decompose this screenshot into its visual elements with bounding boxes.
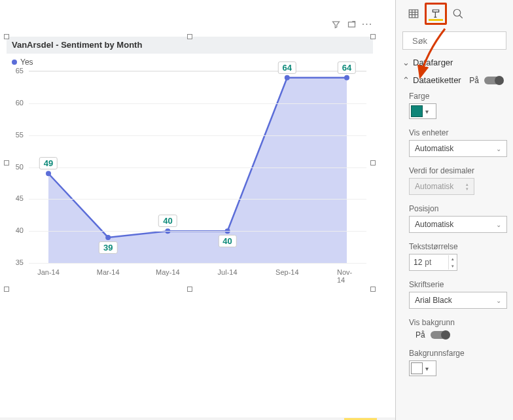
plot-area: 493940406464: [29, 71, 366, 263]
text-size-stepper[interactable]: 12 pt ▴▾: [409, 254, 457, 271]
resize-handle[interactable]: [4, 34, 9, 39]
step-up-icon[interactable]: ▴: [449, 255, 457, 262]
svg-rect-0: [348, 22, 355, 27]
data-labels-toggle[interactable]: På: [469, 76, 503, 85]
data-label: 64: [338, 61, 356, 74]
field-label: Tekststørrelse: [409, 242, 500, 251]
pane-tab-strip: [396, 0, 513, 27]
y-tick-label: 50: [16, 163, 24, 171]
section-data-colors[interactable]: ⌄ Datafarger: [396, 54, 513, 71]
data-label: 64: [278, 61, 296, 74]
focus-mode-icon[interactable]: [345, 18, 357, 30]
chart-visual[interactable]: ··· VanArsdel - Sentiment by Month Yes 3…: [7, 37, 373, 289]
svg-point-2: [105, 235, 111, 240]
y-tick-label: 35: [16, 258, 24, 266]
x-tick-label: Jul-14: [218, 268, 238, 276]
section-title: Datafarger: [413, 58, 453, 67]
format-tab-icon[interactable]: [425, 3, 447, 25]
field-label: Farge: [409, 92, 500, 101]
visual-toolbar: ···: [330, 18, 373, 30]
legend-label: Yes: [20, 58, 33, 67]
y-tick-label: 45: [16, 194, 24, 202]
search-input[interactable]: [402, 31, 506, 50]
x-tick-label: Mar-14: [97, 268, 120, 276]
svg-rect-7: [409, 10, 418, 18]
svg-point-12: [453, 9, 461, 16]
svg-line-13: [459, 15, 463, 18]
position-select[interactable]: Automatisk⌄: [409, 216, 507, 233]
format-pane: ⌄ Datafarger ⌃ Dataetiketter På Farge ▾ …: [396, 0, 513, 420]
background-color-picker[interactable]: ▾: [409, 360, 436, 376]
show-background-toggle[interactable]: På: [416, 330, 449, 340]
field-label: Posisjon: [409, 204, 500, 213]
fields-tab-icon[interactable]: [402, 3, 425, 25]
resize-handle[interactable]: [4, 287, 9, 292]
x-tick-label: Sep-14: [275, 268, 298, 276]
analytics-tab-icon[interactable]: [447, 3, 469, 25]
color-picker[interactable]: ▾: [409, 103, 436, 119]
toggle-label: På: [416, 330, 425, 340]
field-label: Vis bakgrunn: [409, 318, 500, 327]
resize-handle[interactable]: [370, 34, 376, 39]
resize-handle[interactable]: [4, 160, 9, 166]
x-tick-label: Jan-14: [37, 268, 60, 276]
data-label: 49: [39, 157, 58, 169]
section-data-labels-body: Farge ▾ Vis enheter Automatisk⌄ Verdi fo…: [396, 89, 513, 383]
chevron-down-icon: ⌄: [402, 58, 409, 67]
section-data-labels[interactable]: ⌃ Dataetiketter På: [396, 71, 513, 89]
section-title: Dataetiketter: [413, 75, 461, 85]
data-label: 40: [218, 235, 236, 247]
decimal-places-select: Automatisk ▴▾: [409, 178, 474, 195]
x-axis: Jan-14Mar-14May-14Jul-14Sep-14Nov-14: [29, 266, 366, 280]
y-tick-label: 60: [16, 99, 24, 107]
field-label: Verdi for desimaler: [409, 166, 500, 175]
resize-handle[interactable]: [370, 287, 376, 292]
resize-handle[interactable]: [187, 34, 192, 39]
chart-legend: Yes: [7, 54, 373, 71]
svg-point-6: [344, 75, 349, 80]
svg-point-5: [285, 75, 290, 80]
x-tick-label: Nov-14: [337, 268, 357, 284]
data-label: 39: [99, 241, 117, 254]
chart-area: VanArsdel - Sentiment by Month Yes 35404…: [7, 37, 373, 289]
y-tick-label: 55: [16, 131, 24, 139]
svg-point-1: [46, 171, 51, 176]
more-options-icon[interactable]: ···: [361, 18, 373, 30]
toggle-label: På: [469, 76, 479, 85]
legend-marker: [12, 60, 17, 65]
filter-icon[interactable]: [330, 18, 342, 30]
resize-handle[interactable]: [370, 160, 376, 166]
y-tick-label: 40: [16, 226, 24, 234]
y-tick-label: 65: [16, 67, 24, 75]
field-label: Vis enheter: [409, 128, 500, 137]
x-tick-label: May-14: [156, 268, 180, 276]
field-label: Skriftserie: [409, 280, 500, 289]
resize-handle[interactable]: [187, 287, 192, 292]
chevron-up-icon: ⌃: [402, 75, 409, 85]
font-family-select[interactable]: Arial Black⌄: [409, 292, 507, 309]
field-label: Bakgrunnsfarge: [409, 349, 500, 358]
y-axis: 35404550556065: [7, 71, 26, 263]
step-down-icon[interactable]: ▾: [449, 262, 457, 270]
display-units-select[interactable]: Automatisk⌄: [409, 140, 507, 157]
data-label: 40: [158, 215, 177, 227]
